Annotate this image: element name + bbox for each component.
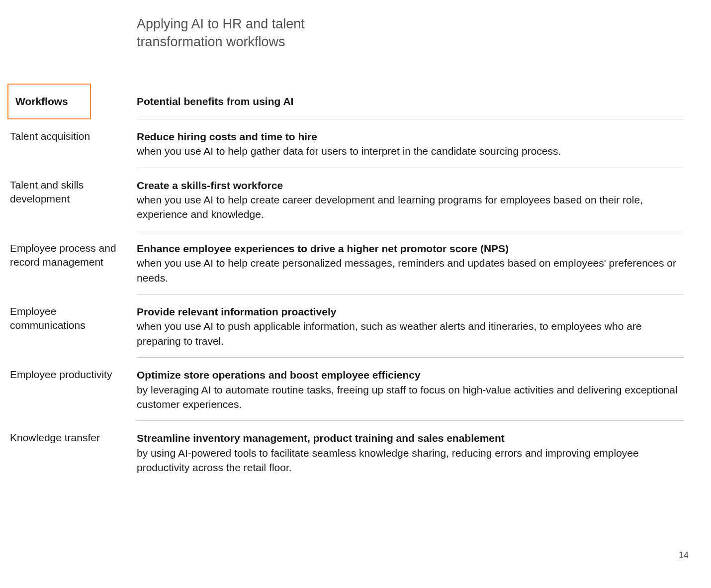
benefit-text: when you use AI to help create personali… <box>137 257 676 283</box>
benefit-cell: Enhance employee experiences to drive a … <box>137 231 684 294</box>
benefit-bold: Provide relevant information proactively <box>137 306 336 317</box>
benefit-text: when you use AI to help gather data for … <box>137 145 561 157</box>
workflows-table: Workflows Potential benefits from using … <box>10 84 701 484</box>
benefit-bold: Reduce hiring costs and time to hire <box>137 131 317 142</box>
benefit-bold: Optimize store operations and boost empl… <box>137 369 421 381</box>
benefit-cell: Optimize store operations and boost empl… <box>137 358 684 421</box>
workflows-column-header: Workflows <box>7 84 91 119</box>
benefit-cell: Streamline inventory management, product… <box>137 421 684 484</box>
header-row-left: Workflows <box>10 84 137 119</box>
benefit-cell: Provide relevant information proactively… <box>137 294 684 358</box>
workflow-name: Employee process and record management <box>10 231 137 294</box>
page-title: Applying AI to HR and talent transformat… <box>137 15 360 51</box>
benefit-text: by using AI-powered tools to facilitate … <box>137 447 639 473</box>
workflow-name: Talent acquisition <box>10 119 137 168</box>
benefit-text: by leveraging AI to automate routine tas… <box>137 384 678 410</box>
workflow-name: Talent and skills development <box>10 168 137 231</box>
benefit-cell: Create a skills-first workforce when you… <box>137 168 684 231</box>
benefit-bold: Enhance employee experiences to drive a … <box>137 243 509 254</box>
benefit-bold: Create a skills-first workforce <box>137 180 283 191</box>
benefit-bold: Streamline inventory management, product… <box>137 432 505 444</box>
workflow-name: Employee communications <box>10 294 137 358</box>
benefits-column-header: Potential benefits from using AI <box>137 84 684 119</box>
page-number: 14 <box>679 550 689 561</box>
benefit-text: when you use AI to help create career de… <box>137 194 643 220</box>
benefit-text: when you use AI to push applicable infor… <box>137 320 642 346</box>
workflow-name: Employee productivity <box>10 358 137 421</box>
workflow-name: Knowledge transfer <box>10 421 137 484</box>
benefit-cell: Reduce hiring costs and time to hire whe… <box>137 119 684 168</box>
